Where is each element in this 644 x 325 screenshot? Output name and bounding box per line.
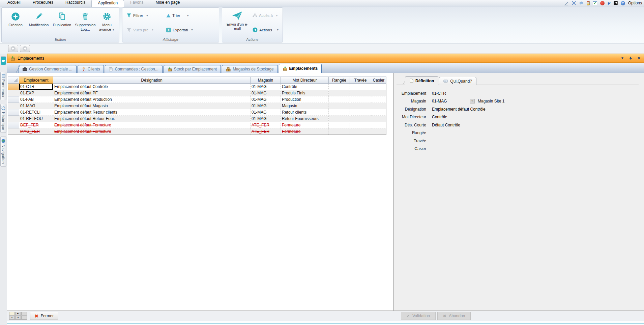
cell-emplacement[interactable]: 01-EXP: [19, 90, 53, 96]
cell-travee[interactable]: [350, 103, 371, 109]
cell-rangee[interactable]: [329, 103, 350, 109]
cell-designation[interactable]: Emplacement défaut Retour Four.: [53, 116, 251, 122]
tasks-icon[interactable]: ✓: [593, 1, 597, 5]
record-nav-next-icon[interactable]: ►: [15, 312, 21, 316]
menu-item-mise-en-page[interactable]: Mise en page: [149, 0, 186, 6]
cell-designation[interactable]: Emplacement défaut Fermeture: [53, 122, 251, 128]
cell-mot-directeur[interactable]: Fermeture: [281, 122, 329, 128]
parking-icon[interactable]: P: [608, 1, 611, 6]
cell-emplacement[interactable]: MAG_FER: [19, 128, 53, 135]
cell-designation[interactable]: Emplacement défaut Fermeture: [53, 128, 251, 135]
cell-emplacement[interactable]: 01-FAB: [19, 96, 53, 103]
cell-casier[interactable]: [371, 109, 386, 116]
row-selector-cell[interactable]: [8, 109, 19, 116]
field-value[interactable]: 01-CTR: [432, 91, 452, 96]
tab-gestion-commerciale[interactable]: Gestion Commerciale ...: [19, 65, 77, 73]
phone-icon[interactable]: [587, 1, 590, 5]
cell-rangee[interactable]: [329, 84, 350, 90]
cell-casier[interactable]: [371, 122, 386, 128]
cell-mot-directeur[interactable]: Production: [281, 96, 329, 103]
help-icon[interactable]: ?: [621, 1, 625, 5]
filtrer-button[interactable]: Filtrer ▼: [126, 13, 166, 18]
record-nav-up-icon[interactable]: ▲: [9, 316, 15, 320]
table-row[interactable]: 01-EXPEmplacement défaut PF01-MAGProduis…: [8, 90, 386, 96]
sidebar-tab-panneaux[interactable]: Panneaux: [0, 72, 6, 100]
cell-emplacement[interactable]: 01-CTR: [19, 84, 53, 90]
modification-button[interactable]: Modification: [28, 9, 50, 37]
sidebar-tab-navigation[interactable]: Navigation: [0, 137, 6, 167]
cell-magasin[interactable]: 01-MAG: [251, 90, 281, 96]
cell-magasin[interactable]: 01-MAG: [251, 84, 281, 90]
dock-toggle-button[interactable]: [1, 56, 6, 65]
column-header-rangee[interactable]: Rangée: [329, 77, 350, 84]
row-selector-cell[interactable]: [8, 96, 19, 103]
tab-emplacements[interactable]: Emplacements: [279, 64, 322, 73]
tab-clients[interactable]: Clients: [78, 65, 104, 73]
table-row[interactable]: 01-RETCLIEmplacement défaut Retour clien…: [8, 109, 386, 116]
table-row[interactable]: 01-RETFOUEmplacement défaut Retour Four.…: [8, 116, 386, 122]
envoi-email-button[interactable]: Envoi d'un e-mail: [225, 8, 250, 37]
cell-designation[interactable]: Emplacement défaut Magasin: [53, 103, 251, 109]
row-selector-cell[interactable]: [8, 128, 19, 135]
table-row[interactable]: 01-FABEmplacement défaut Production01-MA…: [8, 96, 386, 103]
actions-menu-button[interactable]: Actions ▼: [252, 27, 280, 32]
cell-emplacement[interactable]: DEF_FER: [19, 122, 53, 128]
table-row[interactable]: 01-MAGEmplacement défaut Magasin01-MAGMa…: [8, 103, 386, 109]
menu-item-procedures[interactable]: Procédures: [27, 0, 59, 6]
cell-rangee[interactable]: [329, 90, 350, 96]
table-row[interactable]: MAG_FEREmplacement défaut FermetureATE_F…: [8, 128, 386, 135]
popout-icon[interactable]: [614, 1, 618, 5]
sync-icon[interactable]: [579, 1, 584, 5]
cell-rangee[interactable]: [329, 116, 350, 122]
cell-casier[interactable]: [371, 90, 386, 96]
cell-mot-directeur[interactable]: Contrôle: [281, 84, 329, 90]
column-header-row-selector[interactable]: [8, 77, 19, 84]
cell-designation[interactable]: Emplacement défaut PF: [53, 90, 251, 96]
exportation-button[interactable]: x Exportati ▼: [166, 28, 194, 32]
cell-designation[interactable]: Emplacement défaut Retour clients: [53, 109, 251, 116]
signature-icon[interactable]: [564, 1, 569, 5]
field-value[interactable]: 01-MAG: [432, 99, 452, 104]
cell-emplacement[interactable]: 01-RETFOU: [19, 116, 53, 122]
cell-mot-directeur[interactable]: Produis Finis: [281, 90, 329, 96]
forward-button[interactable]: [20, 45, 30, 52]
tab-magasins-de-stockage[interactable]: Magasins de Stockage: [222, 65, 277, 73]
tab-stock-par-emplacement[interactable]: Stock par Emplacement: [164, 65, 221, 73]
cell-casier[interactable]: [371, 84, 386, 90]
duplication-button[interactable]: Duplication: [51, 9, 73, 37]
row-selector-cell[interactable]: [8, 122, 19, 128]
pin-icon[interactable]: [629, 56, 632, 60]
cell-rangee[interactable]: [329, 128, 350, 135]
column-header-travee[interactable]: Travée: [350, 77, 371, 84]
cell-travee[interactable]: [350, 128, 371, 135]
cell-magasin[interactable]: 01-MAG: [251, 109, 281, 116]
menu-item-accueil[interactable]: Accueil: [1, 0, 27, 6]
column-header-mot-directeur[interactable]: Mot Directeur: [281, 77, 329, 84]
cell-mot-directeur[interactable]: Retour Fournisseurs: [281, 116, 329, 122]
row-selector-cell[interactable]: [8, 84, 19, 90]
panel-menu-caret-icon[interactable]: ▼: [621, 56, 624, 60]
field-value[interactable]: Emplacement défaut Contrôle: [432, 107, 486, 112]
menu-item-application[interactable]: Application: [91, 0, 124, 7]
detail-tab-qui-quand[interactable]: Qui,Quand?: [439, 77, 476, 85]
cell-travee[interactable]: [350, 90, 371, 96]
column-header-magasin[interactable]: Magasin: [251, 77, 281, 84]
detail-tab-definition[interactable]: Définition: [405, 76, 438, 85]
cell-rangee[interactable]: [329, 122, 350, 128]
tab-commandes-gestion[interactable]: Commandes : Gestion...: [105, 65, 162, 73]
validation-button[interactable]: ✔ Validation: [401, 312, 436, 320]
abandon-button[interactable]: ✖ Abandon: [437, 312, 471, 320]
table-row[interactable]: 01-CTREmplacement défaut Contrôle01-MAGC…: [8, 84, 386, 90]
field-value[interactable]: Défaut Contrôle: [432, 123, 460, 127]
record-icon[interactable]: [600, 1, 605, 5]
cell-mot-directeur[interactable]: Retour clients: [281, 109, 329, 116]
cell-travee[interactable]: [350, 116, 371, 122]
record-nav-down-icon[interactable]: ▼: [15, 316, 21, 320]
sidebar-tab-historique[interactable]: Historique: [0, 104, 6, 133]
cell-designation[interactable]: Emplacement défaut Contrôle: [53, 84, 251, 90]
cell-magasin[interactable]: ATE_FER: [251, 122, 281, 128]
back-button[interactable]: [8, 45, 18, 52]
column-header-designation[interactable]: Désignation: [53, 77, 251, 84]
cell-designation[interactable]: Emplacement défaut Production: [53, 96, 251, 103]
cell-magasin[interactable]: 01-MAG: [251, 116, 281, 122]
